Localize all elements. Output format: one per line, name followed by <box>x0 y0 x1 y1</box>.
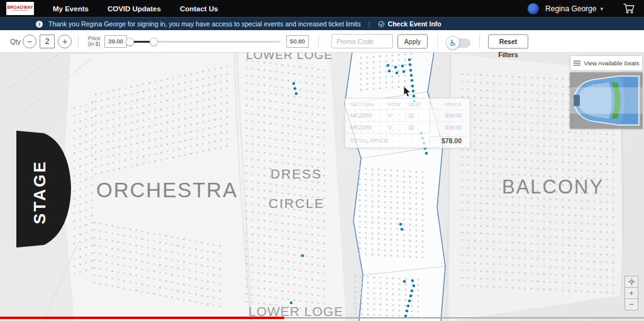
seat-dot-unavailable <box>111 263 113 264</box>
seat-dot-unavailable <box>575 162 577 164</box>
price-max-input[interactable]: 50.80 <box>286 35 309 48</box>
nav-item-my-events[interactable]: My Events <box>53 5 89 13</box>
seat-dot-unavailable <box>179 105 180 107</box>
seat-dot-available[interactable] <box>403 280 406 283</box>
user-avatar[interactable] <box>528 3 539 14</box>
seat-dot-available[interactable] <box>413 95 416 98</box>
seat-dot-unavailable <box>208 149 210 151</box>
seat-dot-unavailable <box>107 120 109 122</box>
seat-dot-available[interactable] <box>410 74 413 77</box>
seat-dot-unavailable <box>264 190 265 192</box>
seat-dot-available[interactable] <box>387 64 390 67</box>
seat-dot-unavailable <box>474 217 476 219</box>
seat-dot-unavailable <box>258 106 260 108</box>
seat-dot-unavailable <box>468 194 470 196</box>
seat-map[interactable]: STAGE LOWER LOGE ORCHESTRA DRESS CIRCLE … <box>0 53 644 321</box>
price-slider-handle-max[interactable] <box>150 38 158 46</box>
seat-dot-available[interactable] <box>295 92 298 95</box>
seat-dot-available[interactable] <box>409 63 412 67</box>
seat-dot-available[interactable] <box>399 223 402 226</box>
seat-dot-unavailable <box>282 155 284 156</box>
zoom-in-button[interactable]: + <box>625 287 638 299</box>
price-slider-handle-min[interactable] <box>126 38 134 46</box>
seat-dot-unavailable <box>91 253 93 254</box>
zoom-out-button[interactable]: − <box>625 298 638 310</box>
minimap-overview[interactable] <box>570 72 643 129</box>
price-slider-track[interactable] <box>130 41 280 43</box>
seat-dot-available[interactable] <box>294 87 297 90</box>
view-available-seats-button[interactable]: View Available Seats <box>570 55 643 71</box>
seat-dot-unavailable <box>311 143 313 145</box>
seat-dot-unavailable <box>111 240 113 242</box>
qty-decrease-button[interactable]: − <box>23 35 36 48</box>
minimap-viewport[interactable] <box>570 87 643 114</box>
seat-dot-available[interactable] <box>394 66 397 69</box>
seat-dot-unavailable <box>613 262 614 264</box>
seat-dot-unavailable <box>409 192 411 193</box>
seat-dot-available[interactable] <box>401 228 404 231</box>
seat-dot-available[interactable] <box>406 310 409 313</box>
check-event-info-link[interactable]: Check Event Info <box>378 20 441 28</box>
seat-dot-unavailable <box>480 210 482 212</box>
video-progress-bar[interactable] <box>0 317 284 319</box>
seat-dot-available[interactable] <box>407 305 410 308</box>
seat-dot-unavailable <box>311 264 313 266</box>
nav-item-covid-updates[interactable]: COVID Updates <box>108 5 161 13</box>
seat-dot-unavailable <box>294 111 296 112</box>
seat-dot-unavailable <box>367 303 369 305</box>
seat-dot-unavailable <box>462 277 464 279</box>
seat-dot-unavailable <box>587 200 589 202</box>
seat-dot-available[interactable] <box>411 280 414 283</box>
seat-dot-available[interactable] <box>412 90 415 93</box>
seat-dot-available[interactable] <box>408 58 411 62</box>
seat-dot-available[interactable] <box>413 285 416 288</box>
accessibility-toggle[interactable]: ♿ <box>448 38 470 48</box>
seat-dot-available[interactable] <box>301 254 304 258</box>
seat-dot-unavailable <box>159 271 161 273</box>
apply-button[interactable]: Apply <box>397 34 428 48</box>
seat-dot-available[interactable] <box>425 152 428 155</box>
seat-dot-available[interactable] <box>396 72 399 75</box>
seat-dot-unavailable <box>323 295 325 297</box>
seat-dot-unavailable <box>282 215 284 217</box>
seat-dot-available[interactable] <box>409 295 413 298</box>
nav-item-contact-us[interactable]: Contact Us <box>180 5 218 13</box>
qty-increase-button[interactable]: + <box>58 35 72 48</box>
seat-dot-unavailable <box>74 205 75 207</box>
seat-dot-available[interactable] <box>388 70 391 73</box>
reset-view-button[interactable] <box>625 276 638 288</box>
seat-dot-unavailable <box>543 243 545 245</box>
dress-circle-section-shape[interactable] <box>238 53 346 321</box>
seat-dot-unavailable <box>499 264 501 266</box>
seat-dot-unavailable <box>367 72 369 74</box>
seat-dot-unavailable <box>391 207 392 209</box>
reset-filters-button[interactable]: Reset Filters <box>488 34 528 48</box>
seat-dot-unavailable <box>386 82 387 84</box>
seat-dot-unavailable <box>264 129 265 131</box>
seat-dot-unavailable <box>282 283 284 285</box>
seat-dot-available[interactable] <box>411 79 414 82</box>
seat-dot-unavailable <box>191 124 192 126</box>
dress-label: DRESS <box>270 166 322 182</box>
price-min-input[interactable]: 39.00 <box>104 35 127 48</box>
seat-dot-available[interactable] <box>402 70 406 73</box>
seat-dot-unavailable <box>270 251 272 253</box>
seat-dot-unavailable <box>258 114 260 116</box>
seat-dot-available[interactable] <box>401 65 404 68</box>
seat-dot-unavailable <box>106 284 108 286</box>
seat-dot-unavailable <box>422 241 424 242</box>
seat-dot-unavailable <box>107 98 109 100</box>
promo-code-input[interactable] <box>331 34 393 48</box>
seat-dot-unavailable <box>203 107 204 109</box>
seat-dot-available[interactable] <box>408 300 411 303</box>
seat-dot-available[interactable] <box>292 82 296 85</box>
broadway-logo[interactable]: BROADWAY <box>6 2 34 15</box>
seat-dot-available[interactable] <box>411 290 414 293</box>
seat-dot-available[interactable] <box>409 69 413 72</box>
seat-dot-unavailable <box>246 195 248 197</box>
user-menu[interactable]: Regina George ▾ <box>545 4 603 13</box>
seat-dot-unavailable <box>397 207 399 209</box>
cart-icon[interactable] <box>623 3 635 14</box>
seat-dot-unavailable <box>177 290 179 292</box>
loge-strip-section-shape[interactable] <box>345 53 445 321</box>
